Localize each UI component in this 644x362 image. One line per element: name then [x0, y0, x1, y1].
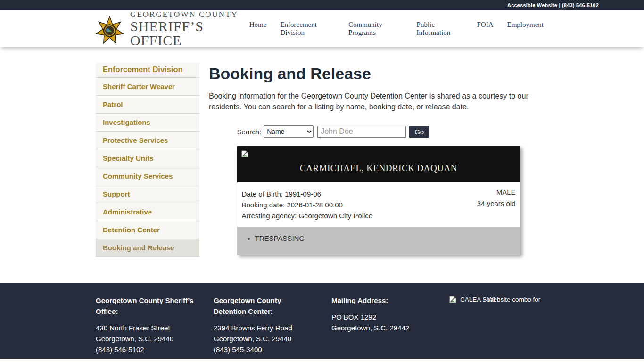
sidebar-item-sheriff-carter-weaver[interactable]: Sheriff Carter Weaver: [96, 78, 199, 96]
arresting-agency-line: Arresting agency: Georgetown City Police: [242, 210, 516, 221]
calea-alt-line2: Website combo for: [487, 296, 540, 303]
sidebar-item-administrative[interactable]: Administrative: [96, 203, 199, 221]
sidebar-item-support[interactable]: Support: [96, 185, 199, 203]
footer-sheriffs-office-column: Georgetown County Sheriff’s Office: 430 …: [96, 295, 214, 355]
sidebar-item-specialty-units[interactable]: Specialty Units: [96, 149, 199, 167]
sidebar-item-detention-center[interactable]: Detention Center: [96, 221, 199, 239]
footer-detention-center-phone: (843) 545-3400: [214, 344, 331, 355]
site-footer: Georgetown County Sheriff’s Office: 430 …: [0, 283, 644, 359]
inmate-age: 34 years old: [477, 198, 516, 209]
footer-spacer: [0, 257, 644, 283]
booking-card-details: Date of Birth: 1991-09-06 Booking date: …: [237, 182, 520, 227]
nav-community-programs[interactable]: Community Programs: [348, 21, 403, 37]
nav-foia[interactable]: FOIA: [477, 21, 493, 37]
booking-record-card: CARMICHAEL, KENDRICK DAQUAN Date of Birt…: [237, 146, 520, 255]
sidebar-item-patrol[interactable]: Patrol: [96, 96, 199, 114]
footer-mailing-city: Georgetown, S.C. 29442: [331, 322, 449, 333]
broken-mugshot-image-icon: [241, 150, 248, 157]
dob-value: 1991-09-06: [285, 190, 321, 198]
footer-detention-center-column: Georgetown County Detention Center: 2394…: [214, 295, 331, 355]
logo-county-line: GEORGETOWN COUNTY: [130, 10, 249, 18]
search-input[interactable]: [317, 126, 406, 138]
nav-enforcement-division[interactable]: Enforcement Division: [280, 21, 335, 37]
go-button[interactable]: Go: [409, 126, 429, 138]
search-label: Search:: [237, 128, 262, 136]
logo-office-line: SHERIFF’S OFFICE: [130, 19, 249, 48]
sheriff-star-icon: [96, 16, 124, 46]
footer-mailing-address-column: Mailing Address: PO BOX 1292 Georgetown,…: [331, 295, 449, 355]
dob-label: Date of Birth:: [242, 190, 283, 198]
footer-sheriffs-office-heading: Georgetown County Sheriff’s Office:: [96, 295, 197, 317]
site-logo[interactable]: GEORGETOWN COUNTY SHERIFF’S OFFICE: [96, 10, 249, 48]
footer-sheriffs-office-phone: (843) 546-5102: [96, 344, 214, 355]
inmate-name: CARMICHAEL, KENDRICK DAQUAN: [237, 163, 520, 173]
accessible-website-phone[interactable]: Accessible Website | (843) 546-5102: [507, 2, 599, 8]
sidebar-item-protective-services[interactable]: Protective Services: [96, 132, 199, 149]
intro-paragraph: Booking information for the Georgetown C…: [209, 90, 539, 112]
calea-image-alt-text: CALEA Seal Website combo for: [460, 296, 559, 305]
dob-line: Date of Birth: 1991-09-06: [242, 189, 516, 199]
logo-text: GEORGETOWN COUNTY SHERIFF’S OFFICE: [130, 10, 249, 48]
sidebar-header-enforcement-division[interactable]: Enforcement Division: [96, 63, 199, 78]
footer-detention-center-heading: Georgetown County Detention Center:: [214, 295, 315, 317]
nav-employment[interactable]: Employment: [507, 21, 544, 37]
charges-section: TRESPASSING: [237, 227, 520, 255]
charge-item: TRESPASSING: [255, 234, 520, 242]
footer-sheriffs-office-city: Georgetown, S.C. 29440: [96, 333, 214, 344]
arresting-agency-label: Arresting agency:: [242, 212, 297, 220]
sidebar-item-investigations[interactable]: Investigations: [96, 114, 199, 132]
footer-detention-center-city: Georgetown, S.C. 29440: [214, 333, 331, 344]
nav-public-information[interactable]: Public Information: [417, 21, 463, 37]
footer-sheriffs-office-street: 430 North Fraser Street: [96, 322, 214, 333]
booking-date-label: Booking date:: [242, 201, 285, 209]
booking-date-value: 2026-01-28 00:00: [287, 201, 342, 209]
sex-age-block: MALE 34 years old: [477, 187, 516, 209]
sidebar-item-community-services[interactable]: Community Services: [96, 167, 199, 185]
content-area: Enforcement Division Sheriff Carter Weav…: [96, 47, 548, 257]
booking-date-line: Booking date: 2026-01-28 00:00: [242, 199, 516, 210]
footer-calea-badge: CALEA Seal Website combo for: [449, 295, 567, 355]
search-type-select[interactable]: Name: [264, 125, 314, 138]
arresting-agency-value: Georgetown City Police: [298, 212, 372, 220]
site-header: GEORGETOWN COUNTY SHERIFF’S OFFICE Home …: [0, 10, 644, 47]
sidebar-item-booking-and-release[interactable]: Booking and Release: [96, 239, 199, 257]
footer-detention-center-street: 2394 Browns Ferry Road: [214, 322, 331, 333]
booking-card-header: CARMICHAEL, KENDRICK DAQUAN: [237, 146, 520, 182]
footer-mailing-po-box: PO BOX 1292: [331, 312, 449, 322]
nav-home[interactable]: Home: [249, 21, 267, 37]
main-nav: Home Enforcement Division Community Prog…: [249, 21, 544, 37]
broken-calea-image-icon: [449, 296, 456, 303]
page-title: Booking and Release: [209, 65, 548, 83]
search-form: Search: Name Go: [237, 125, 520, 138]
sidebar-menu: Enforcement Division Sheriff Carter Weav…: [96, 63, 199, 257]
top-utility-bar: Accessible Website | (843) 546-5102: [0, 0, 644, 10]
footer-mailing-address-heading: Mailing Address:: [331, 295, 433, 306]
inmate-sex: MALE: [477, 187, 516, 198]
main-column: Booking and Release Booking information …: [209, 63, 548, 257]
